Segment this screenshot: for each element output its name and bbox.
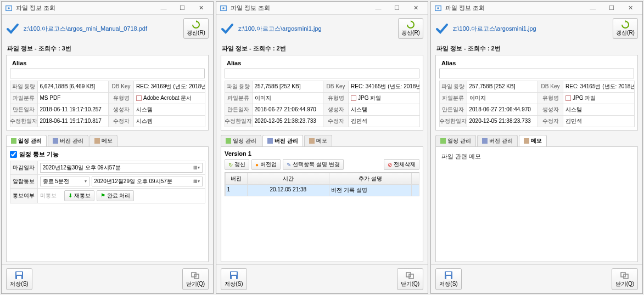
titlebar: 파일 정보 조회 — ☐ ✕ (2, 2, 213, 15)
svg-rect-9 (194, 274, 199, 279)
svg-rect-26 (446, 272, 451, 275)
alias-input[interactable] (10, 69, 205, 78)
version-refresh-button[interactable]: ↻갱신 (225, 159, 249, 170)
svg-rect-12 (226, 138, 231, 144)
lbl-alarm: 알람통보 (10, 174, 38, 189)
version-table: 버전 시간 추가 설명 1 20.12.05 21:38 버전 기록 설명 (225, 172, 419, 196)
window-title: 파일 정보 조회 (445, 4, 584, 12)
lbl-notify: 통보여부 (10, 188, 38, 203)
footer: 저장(S) 닫기(Q) (431, 264, 642, 293)
lbl-typename: 유형명 (323, 92, 349, 104)
tab-schedule[interactable]: 일정 관리 (221, 135, 261, 146)
app-icon (434, 4, 442, 12)
val-filesize: 257,758B [252 KB] (252, 81, 324, 93)
tab-memo[interactable]: 메모 (89, 135, 117, 146)
close-button[interactable]: ✕ (621, 3, 639, 14)
complete-button[interactable]: ⚑완료 처리 (97, 190, 135, 201)
refresh-button[interactable]: 갱신(R) (183, 18, 209, 39)
val-created: 2018-06-11 19:17:10.257 (37, 104, 109, 116)
svg-point-1 (8, 7, 10, 9)
svg-rect-8 (192, 273, 196, 277)
svg-rect-6 (16, 272, 22, 275)
alias-label: Alias (225, 59, 419, 67)
save-button[interactable]: 저장(S) (6, 268, 32, 290)
file-path: z:\100.아르고스\argosmini1.jpg (453, 25, 608, 33)
refresh-button[interactable]: 갱신(R) (613, 18, 638, 39)
close-button-footer[interactable]: 닫기(Q) (612, 268, 638, 290)
delete-all-button[interactable]: ⊘전체삭제 (384, 159, 419, 170)
info-card: Alias 파일 용량 6,624,188B [6,469 KB] DB Key… (6, 55, 209, 131)
svg-rect-4 (94, 138, 100, 144)
val-fileclass: 이미지 (252, 92, 324, 104)
renotify-button[interactable]: ⬇재통보 (64, 190, 94, 201)
close-button-footer[interactable]: 닫기(Q) (182, 268, 209, 290)
lbl-filesize: 파일 용량 (10, 81, 38, 93)
val-typename: Adobe Acrobat 문서 (133, 92, 205, 104)
maximize-button[interactable]: ☐ (603, 3, 620, 14)
schedule-icon (226, 138, 231, 144)
refresh-button[interactable]: 갱신(R) (398, 18, 423, 39)
tab-memo[interactable]: 메모 (304, 135, 332, 146)
cell-version: 1 (225, 184, 248, 196)
alarm-datepicker[interactable]: 2020년12월29일 오후 09시57분▦▾ (92, 177, 203, 186)
tab-schedule[interactable]: 일정 관리 (6, 135, 47, 146)
val-modified: 2020-12-05 21:38:23.733 (252, 115, 324, 127)
fire-icon: ● (255, 162, 259, 168)
alias-label: Alias (439, 59, 634, 67)
col-desc[interactable]: 추가 설명 (329, 173, 412, 185)
minimize-button[interactable]: — (584, 3, 602, 14)
schedule-icon (440, 138, 446, 144)
val-modifier: 김민석 (348, 115, 420, 127)
section-title: 파일 정보 - 조회수 : 3번 (2, 42, 213, 54)
versionup-button[interactable]: ●버전업 (251, 159, 281, 170)
save-button[interactable]: 저장(S) (221, 268, 247, 290)
alias-label: Alias (10, 59, 205, 67)
deadline-datepicker[interactable]: 2020년12월30일 오후 09시57분▦▾ (40, 163, 203, 173)
val-creator: 시스템 (348, 104, 420, 116)
app-icon (5, 4, 13, 12)
svg-rect-28 (621, 273, 625, 277)
close-button[interactable]: ✕ (192, 3, 210, 14)
close-button[interactable]: ✕ (407, 3, 424, 14)
tab-schedule[interactable]: 일정 관리 (435, 135, 476, 146)
alarm-select[interactable]: 종료 5분전▾ (40, 177, 89, 186)
image-icon (351, 95, 356, 101)
val-modifier: 김민석 (563, 115, 635, 127)
schedule-enable-checkbox[interactable] (10, 151, 17, 158)
section-title: 파일 정보 - 조회수 : 2번 (431, 42, 642, 54)
info-card: Alias 파일 용량 257,758B [252 KB] DB Key REC… (435, 55, 638, 131)
minimize-button[interactable]: — (155, 3, 172, 14)
maximize-button[interactable]: ☐ (173, 3, 191, 14)
tab-version[interactable]: 버전 관리 (262, 135, 303, 146)
minimize-button[interactable]: — (369, 3, 387, 14)
down-arrow-icon: ⬇ (68, 192, 72, 198)
refresh-label: 갱신(R) (401, 29, 420, 37)
tab-version[interactable]: 버전 관리 (477, 135, 518, 146)
flag-icon: ⚑ (100, 192, 105, 198)
col-version[interactable]: 버전 (225, 173, 248, 185)
save-button[interactable]: 저장(S) (435, 268, 462, 290)
lbl-filesize: 파일 용량 (439, 81, 467, 93)
image-icon (565, 95, 571, 101)
svg-rect-19 (409, 274, 413, 279)
alias-input[interactable] (225, 69, 419, 78)
tab-memo[interactable]: 메모 (519, 135, 547, 146)
close-button-footer[interactable]: 닫기(Q) (397, 268, 423, 290)
memo-panel[interactable]: 파일 관련 메모 (435, 147, 638, 262)
edit-desc-button[interactable]: ✎선택항목 설명 변경 (283, 159, 344, 170)
val-modified: 2018-06-11 19:17:10.817 (37, 115, 109, 127)
svg-rect-17 (232, 276, 236, 279)
col-time[interactable]: 시간 (247, 173, 330, 185)
tab-version[interactable]: 버전 관리 (48, 135, 88, 146)
lbl-filesize: 파일 용량 (225, 81, 253, 93)
maximize-button[interactable]: ☐ (388, 3, 406, 14)
alias-input[interactable] (439, 69, 634, 78)
file-header: z:\100.아르고스\argos_mini_Manual_0718.pdf 갱… (2, 15, 213, 42)
svg-rect-13 (267, 138, 273, 144)
refresh-icon: ↻ (228, 162, 233, 168)
val-typename: JPG 파일 (348, 92, 420, 104)
table-row[interactable]: 1 20.12.05 21:38 버전 기록 설명 (225, 184, 419, 196)
version-title: Version 1 (225, 150, 419, 157)
memo-text: 파일 관련 메모 (439, 150, 634, 163)
lbl-fileclass: 파일분류 (10, 92, 38, 104)
